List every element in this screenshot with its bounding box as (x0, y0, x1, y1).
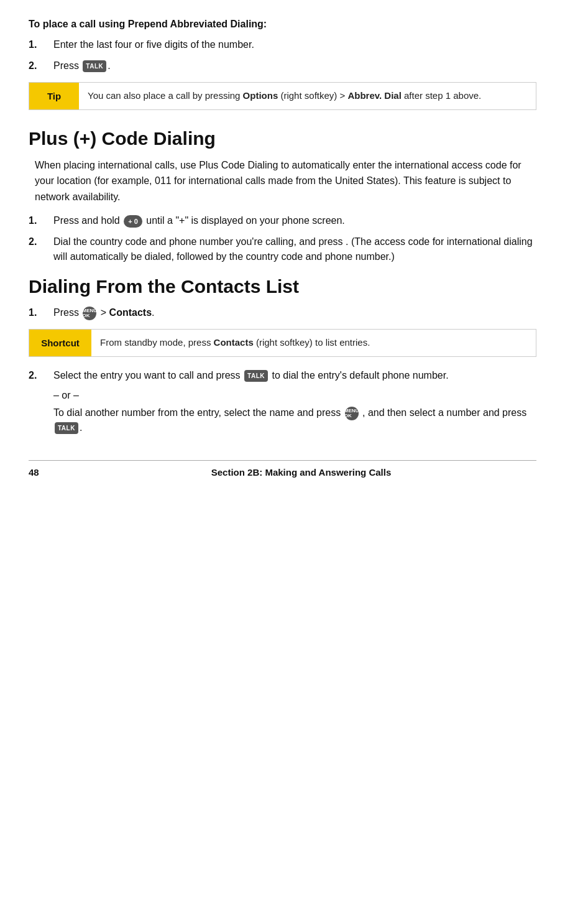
plus-zero-badge: + 0 (124, 215, 142, 228)
shortcut-label: Shortcut (29, 330, 91, 356)
pc-step2-num: 2. (29, 234, 51, 249)
menu-badge-1: MENUOK (83, 307, 96, 320)
tip-text-after: after step 1 above. (402, 90, 481, 101)
tip-bold1: Options (243, 90, 278, 101)
dc-contacts-bold: Contacts (109, 307, 152, 318)
dc-press-label: Press (53, 307, 79, 318)
dc-step2-before: Select the entry you want to call and pr… (53, 370, 241, 381)
step2-num: 2. (29, 58, 51, 73)
dc-period: . (152, 307, 154, 318)
dc-step2-mid: to dial the entry's default phone number… (272, 370, 448, 381)
dc-alt-before: To dial another number from the entry, s… (53, 407, 341, 418)
dc-step2-num: 2. (29, 368, 51, 383)
dc-step2-list: 2. Select the entry you want to call and… (29, 368, 536, 435)
footer: 48 Section 2B: Making and Answering Call… (29, 460, 536, 478)
dialing-contacts-steps: 1. Press MENUOK > Contacts. (29, 305, 536, 320)
dialing-contacts-title: Dialing From the Contacts List (29, 275, 536, 298)
shortcut-text-before: From standby mode, press (100, 337, 214, 348)
dc-alt-mid: , and then select a number and press (362, 407, 526, 418)
pc-step1-after: until a "+" is displayed on your phone s… (146, 215, 345, 226)
tip-text-before: You can also place a call by pressing (88, 90, 243, 101)
pc-step1-num: 1. (29, 213, 51, 228)
tip-label: Tip (29, 83, 79, 109)
shortcut-box: Shortcut From standby mode, press Contac… (29, 329, 536, 357)
tip-text-mid: (right softkey) > (278, 90, 347, 101)
step2-text: Press TALK. (53, 58, 536, 73)
dc-step-2: 2. Select the entry you want to call and… (29, 368, 536, 435)
dc-step-1: 1. Press MENUOK > Contacts. (29, 305, 536, 320)
footer-page: 48 (29, 467, 66, 478)
footer-section: Section 2B: Making and Answering Calls (66, 467, 536, 478)
talk-badge-3: TALK (55, 422, 78, 434)
press-label: Press (53, 60, 79, 71)
plus-code-step-2: 2. Dial the country code and phone numbe… (29, 234, 536, 264)
shortcut-content: From standby mode, press Contacts (right… (91, 330, 379, 356)
menu-badge-2: MENUOK (345, 407, 359, 420)
talk-badge: TALK (83, 60, 106, 72)
dc-step2-content: Select the entry you want to call and pr… (53, 368, 536, 435)
plus-code-steps: 1. Press and hold + 0 until a "+" is dis… (29, 213, 536, 264)
plus-code-title: Plus (+) Code Dialing (29, 127, 536, 150)
step1-text: Enter the last four or five digits of th… (53, 37, 536, 52)
shortcut-text-after: (right softkey) to list entries. (254, 337, 370, 348)
dc-step1-content: Press MENUOK > Contacts. (53, 305, 536, 320)
shortcut-bold: Contacts (214, 337, 254, 348)
or-line: – or – (53, 388, 536, 403)
pc-press-hold: Press and hold (53, 215, 120, 226)
tip-content: You can also place a call by pressing Op… (79, 83, 490, 109)
prepend-step-2: 2. Press TALK. (29, 58, 536, 73)
step1-num: 1. (29, 37, 51, 52)
dc-step1-num: 1. (29, 305, 51, 320)
plus-code-step-1: 1. Press and hold + 0 until a "+" is dis… (29, 213, 536, 228)
prepend-step-1: 1. Enter the last four or five digits of… (29, 37, 536, 52)
pc-step1-content: Press and hold + 0 until a "+" is displa… (53, 213, 536, 228)
intro-text: To place a call using Prepend Abbreviate… (29, 19, 536, 30)
dc-alt-end: . (80, 422, 82, 433)
period: . (108, 60, 110, 71)
dc-step2-alt: To dial another number from the entry, s… (53, 405, 536, 435)
dc-arrow: > (101, 307, 109, 318)
tip-box: Tip You can also place a call by pressin… (29, 82, 536, 110)
pc-step2-text: Dial the country code and phone number y… (53, 234, 536, 264)
prepend-steps-list: 1. Enter the last four or five digits of… (29, 37, 536, 73)
tip-bold2: Abbrev. Dial (347, 90, 401, 101)
plus-code-body: When placing international calls, use Pl… (29, 157, 536, 205)
talk-badge-2: TALK (244, 370, 268, 382)
